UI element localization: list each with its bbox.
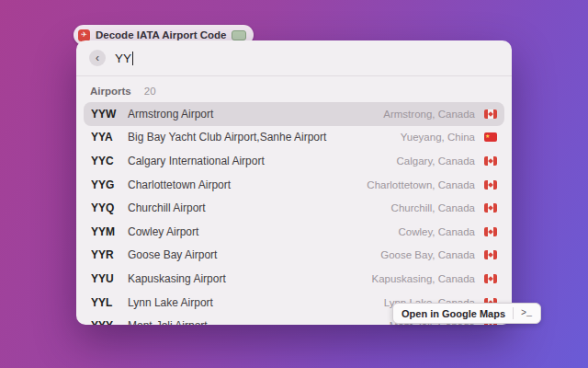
divider (513, 307, 514, 319)
airport-name: Charlottetown Airport (128, 178, 357, 191)
table-row[interactable]: YYM Cowley Airport Cowley, Canada (84, 220, 504, 244)
action-label: Open in Google Maps (401, 308, 505, 319)
country-flag-icon (484, 109, 497, 119)
airport-code: YYU (91, 272, 119, 285)
airport-code: YYM (91, 225, 119, 238)
airport-name: Goose Bay Airport (128, 248, 371, 261)
section-count: 20 (144, 86, 156, 97)
airport-name: Calgary International Airport (128, 155, 388, 167)
text-caret (132, 52, 133, 65)
airport-location: Charlottetown, Canada (367, 179, 475, 190)
table-row[interactable]: YYR Goose Bay Airport Goose Bay, Canada (84, 244, 504, 268)
airport-name: Churchill Airport (128, 201, 382, 214)
search-input[interactable]: YY (115, 52, 133, 65)
airport-location: Goose Bay, Canada (380, 249, 475, 260)
airport-name: Kapuskasing Airport (128, 272, 362, 285)
table-row[interactable]: YYQ Churchill Airport Churchill, Canada (84, 196, 504, 220)
back-button[interactable]: ‹ (89, 50, 106, 66)
airplane-icon: ✈ (78, 29, 90, 41)
compact-mode-icon (232, 30, 246, 40)
airport-code: YYA (91, 131, 119, 144)
country-flag-icon (484, 227, 497, 236)
airport-name: Lynn Lake Airport (128, 296, 375, 309)
open-in-google-maps-action[interactable]: Open in Google Maps >_ (392, 303, 541, 324)
airport-code: YYC (91, 155, 119, 167)
country-flag-icon (484, 274, 497, 283)
airport-code: YYY (91, 319, 119, 325)
airport-name: Big Bay Yacht Club Airport,Sanhe Airport (128, 131, 391, 144)
airport-list: YYW Armstrong Airport Armstrong, Canada … (76, 102, 512, 325)
airport-name: Cowley Airport (128, 225, 389, 238)
airport-name: Mont-Joli Airport (128, 319, 380, 325)
table-row[interactable]: YYC Calgary International Airport Calgar… (84, 149, 504, 173)
desktop-background: ✈ Decode IATA Airport Code ‹ YY Airports… (0, 0, 588, 368)
search-bar: ‹ YY (76, 40, 512, 76)
terminal-shortcut-icon: >_ (521, 308, 532, 318)
command-title: Decode IATA Airport Code (96, 29, 226, 40)
table-row[interactable]: YYW Armstrong Airport Armstrong, Canada (84, 102, 504, 126)
airport-code: YYR (91, 248, 119, 261)
airport-location: Yueyang, China (401, 132, 475, 143)
airport-location: Churchill, Canada (391, 202, 475, 213)
country-flag-icon (484, 156, 497, 166)
airport-code: YYQ (91, 201, 119, 214)
table-row[interactable]: YYU Kapuskasing Airport Kapuskasing, Can… (84, 267, 504, 291)
airport-code: YYL (91, 296, 119, 309)
airport-location: Armstrong, Canada (383, 109, 475, 120)
table-row[interactable]: YYG Charlottetown Airport Charlottetown,… (84, 173, 504, 197)
airport-location: Kapuskasing, Canada (371, 273, 475, 284)
table-row[interactable]: YYA Big Bay Yacht Club Airport,Sanhe Air… (84, 126, 504, 150)
airport-location: Cowley, Canada (398, 226, 475, 237)
country-flag-icon (484, 203, 497, 213)
airport-code: YYW (91, 108, 119, 121)
raycast-window: ‹ YY Airports 20 YYW Armstrong Airport A… (76, 40, 512, 325)
airport-location: Calgary, Canada (397, 155, 475, 167)
airport-code: YYG (91, 178, 119, 191)
airport-name: Armstrong Airport (128, 108, 374, 121)
search-value: YY (115, 52, 131, 65)
country-flag-icon (484, 180, 497, 190)
country-flag-icon (484, 132, 497, 142)
section-title: Airports (90, 86, 131, 97)
section-header: Airports 20 (76, 76, 512, 102)
country-flag-icon (484, 250, 497, 259)
